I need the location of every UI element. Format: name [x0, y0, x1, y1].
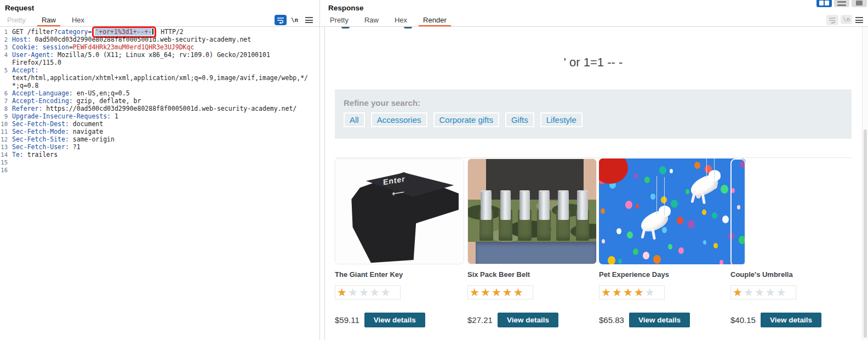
token-text: 0ad500cd03d2990e80288f8f0005001d.web-sec… — [31, 36, 252, 43]
product-card: Couple's Umbrella★★★★★$40.15View details — [730, 158, 852, 327]
enter-arrow-icon: ⟵ — [392, 186, 404, 199]
token-name: Sec-Fetch-Mode: — [12, 128, 69, 135]
view-details-button[interactable]: View details — [364, 313, 425, 327]
line-number — [0, 74, 10, 82]
product-image-enter-key: Enter⟵ — [335, 158, 464, 264]
balloon — [643, 252, 649, 259]
newline-icon[interactable]: \n — [291, 16, 298, 24]
token-text: = — [88, 28, 92, 36]
wrap-lines-icon[interactable] — [275, 15, 287, 25]
star-icon: ★ — [601, 287, 612, 298]
code-line: text/html,application/xhtml+xml,applicat… — [0, 74, 319, 82]
newline-icon-disabled[interactable]: \n — [841, 15, 852, 24]
rows-layout-icon[interactable] — [834, 0, 849, 7]
filter-button-lifestyle[interactable]: Lifestyle — [540, 112, 583, 127]
render-viewport: ' or 1=1 -- - Refine your search: AllAcc… — [324, 27, 868, 340]
balloon — [671, 200, 678, 208]
star-rating: ★★★★★ — [730, 285, 796, 299]
token-text: gzip, deflate, br — [73, 97, 141, 105]
star-icon: ★ — [623, 287, 634, 298]
filter-button-all[interactable]: All — [344, 112, 365, 127]
menu-icon[interactable] — [305, 17, 313, 23]
menu-icon[interactable] — [855, 17, 863, 23]
star-icon: ★ — [381, 287, 392, 298]
product-image-empty — [730, 158, 746, 267]
product-price: $65.83 — [599, 315, 624, 325]
token-name: Referer: — [12, 105, 42, 112]
line-number: 11 — [0, 128, 10, 135]
scrollbar-thumb[interactable] — [864, 129, 867, 338]
line-number: 14 — [0, 151, 10, 158]
product-card: Enter⟵The Giant Enter Key★★★★★$59.11View… — [335, 158, 467, 327]
filter-button-accessories[interactable]: Accessories — [371, 112, 427, 127]
response-tab-raw[interactable]: Raw — [360, 15, 383, 26]
line-number: 7 — [0, 97, 10, 105]
code-line: 5Accept: — [0, 66, 319, 74]
code-line: 8Referer: https://0ad500cd03d2990e80288f… — [0, 105, 319, 112]
token-name: Te: — [12, 151, 24, 158]
token-text: Firefox/115.0 — [12, 59, 61, 66]
code-line: 15 — [0, 158, 319, 166]
text-cursor — [152, 29, 153, 35]
request-editor[interactable]: 1GET /filter?category='+or+1%3d1+--+- HT… — [0, 28, 319, 174]
token-text: text/html,application/xhtml+xml,applicat… — [12, 74, 308, 82]
token-name: Host: — [12, 36, 31, 43]
token-text: ?1 — [69, 143, 81, 151]
wrap-lines-glyph — [277, 17, 284, 24]
view-details-button[interactable]: View details — [761, 313, 821, 327]
response-tab-hex[interactable]: Hex — [390, 15, 412, 26]
code-line: 6Accept-Language: en-US,en;q=0.5 — [0, 89, 319, 97]
token-name: Upgrade-Insecure-Requests: — [12, 112, 111, 120]
page-header-remnant-icon — [404, 27, 412, 29]
request-tab-hex[interactable]: Hex — [67, 15, 89, 26]
token-text: Mozilla/5.0 (X11; Linux x86_64; rv:109.0… — [54, 51, 270, 59]
vertical-scrollbar[interactable] — [862, 27, 868, 340]
balloon — [686, 189, 689, 194]
balloon — [644, 177, 650, 183]
request-tab-pretty[interactable]: Pretty — [3, 15, 30, 26]
line-text: User-Agent: Mozilla/5.0 (X11; Linux x86_… — [10, 51, 270, 59]
product-price: $59.11 — [335, 315, 359, 325]
request-tab-raw[interactable]: Raw — [37, 15, 60, 26]
line-number: 12 — [0, 135, 10, 143]
product-image-balloons — [599, 158, 746, 264]
balloon — [602, 239, 605, 243]
line-text: Upgrade-Insecure-Requests: 1 — [10, 112, 118, 120]
balloon — [659, 166, 666, 174]
request-panel-title: Request — [5, 4, 34, 12]
single-panel-icon[interactable] — [852, 0, 867, 7]
balloon — [668, 244, 672, 250]
columns-layout-icon[interactable] — [816, 0, 832, 7]
response-panel: Response PrettyRawHexRender \n ' or 1=1 … — [321, 0, 868, 340]
line-text — [10, 166, 12, 174]
balloon — [608, 256, 615, 264]
balloon — [636, 204, 639, 208]
star-icon: ★ — [645, 287, 656, 298]
star-icon: ★ — [370, 287, 381, 298]
line-number: 16 — [0, 166, 10, 174]
token-name: session — [42, 43, 68, 51]
view-layout-toggles — [816, 0, 867, 7]
response-tab-render[interactable]: Render — [419, 15, 451, 26]
search-term-heading: ' or 1=1 -- - — [335, 55, 852, 70]
red-balloon — [599, 158, 628, 184]
balloon — [653, 255, 661, 264]
line-number: 10 — [0, 120, 10, 128]
token-text: HTTP/2 — [157, 28, 183, 36]
line-number: 13 — [0, 143, 10, 151]
balloon — [662, 227, 667, 233]
wrap-lines-icon-disabled[interactable] — [826, 15, 838, 25]
star-icon: ★ — [359, 287, 370, 298]
view-details-button[interactable]: View details — [498, 313, 558, 327]
balloon — [618, 259, 622, 264]
response-tab-pretty[interactable]: Pretty — [326, 15, 353, 26]
filter-button-gifts[interactable]: Gifts — [505, 112, 534, 127]
line-text: Firefox/115.0 — [10, 59, 61, 66]
line-text: Te: trailers — [10, 151, 58, 158]
filter-button-corporate-gifts[interactable]: Corporate gifts — [433, 112, 499, 127]
balloon — [677, 217, 683, 224]
code-line: 9Upgrade-Insecure-Requests: 1 — [0, 112, 319, 120]
line-text: Referer: https://0ad500cd03d2990e80288f8… — [10, 105, 296, 112]
view-details-button[interactable]: View details — [629, 313, 690, 327]
star-icon: ★ — [744, 287, 755, 298]
